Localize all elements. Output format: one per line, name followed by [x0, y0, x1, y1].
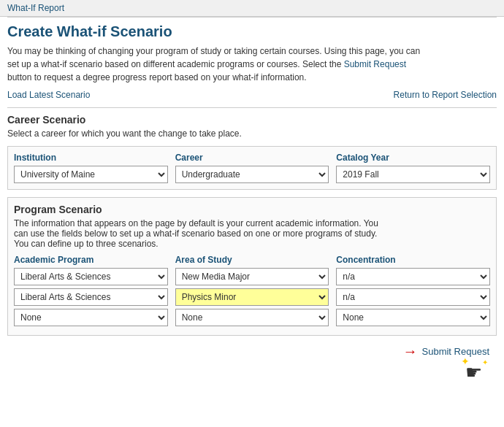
concentration-select-3[interactable]: None	[336, 309, 490, 326]
col-area-label: Area of Study	[175, 255, 329, 265]
page-title: Create What-if Scenario	[7, 23, 497, 40]
catalog-select[interactable]: 2019 Fall	[336, 166, 490, 183]
program-header-row: Academic Program Area of Study Concentra…	[14, 255, 490, 265]
col-academic-label: Academic Program	[14, 255, 168, 265]
institution-group: Institution University of Maine	[14, 153, 168, 183]
career-label: Career	[175, 153, 329, 163]
return-to-report-link[interactable]: Return to Report Selection	[394, 90, 497, 100]
academic-program-select-3[interactable]: None	[14, 309, 168, 326]
program-section-title: Program Scenario	[14, 204, 490, 215]
sparkle-effect-2: ✦	[482, 358, 488, 366]
cursor-hand-icon: ✦ ✦ ☛	[465, 361, 482, 384]
concentration-select-2[interactable]: n/a	[336, 288, 490, 306]
arrow-icon: →	[403, 343, 418, 360]
catalog-label: Catalog Year	[336, 153, 490, 163]
program-section: Program Scenario The information that ap…	[7, 197, 497, 336]
program-row-3: None None None	[14, 309, 490, 326]
submit-request-button[interactable]: Submit Request	[422, 346, 490, 357]
career-section-title: Career Scenario	[7, 107, 497, 126]
program-row-2: Liberal Arts & Sciences Physics Minor n/…	[14, 288, 490, 306]
academic-program-select-2[interactable]: Liberal Arts & Sciences	[14, 288, 168, 306]
concentration-select-1[interactable]: n/a	[336, 268, 490, 285]
career-form-row: Institution University of Maine Career U…	[7, 146, 497, 190]
career-select[interactable]: Undergraduate	[175, 166, 329, 183]
submit-row: → Submit Request	[403, 343, 490, 360]
action-links: Load Latest Scenario Return to Report Se…	[7, 90, 497, 100]
col-concentration-label: Concentration	[336, 255, 490, 265]
load-latest-link[interactable]: Load Latest Scenario	[7, 90, 90, 100]
institution-label: Institution	[14, 153, 168, 163]
career-group: Career Undergraduate	[175, 153, 329, 183]
academic-program-select-1[interactable]: Liberal Arts & Sciences	[14, 268, 168, 285]
submit-area: → Submit Request ✦ ✦ ☛	[7, 343, 489, 384]
area-of-study-select-3[interactable]: None	[175, 309, 329, 326]
sparkle-effect: ✦	[461, 355, 470, 367]
breadcrumb-text: What-If Report	[7, 3, 64, 13]
career-section-desc: Select a career for which you want the c…	[7, 128, 497, 139]
page-description: You may be thinking of changing your pro…	[7, 45, 497, 84]
submit-request-link-inline[interactable]: Submit Request	[344, 59, 406, 69]
program-section-desc: The information that appears on the page…	[14, 218, 490, 249]
institution-select[interactable]: University of Maine	[14, 166, 168, 183]
area-of-study-select-2[interactable]: Physics Minor	[175, 288, 329, 306]
area-of-study-select-1[interactable]: New Media Major	[175, 268, 329, 285]
program-row-1: Liberal Arts & Sciences New Media Major …	[14, 268, 490, 285]
breadcrumb: What-If Report	[0, 0, 504, 17]
catalog-group: Catalog Year 2019 Fall	[336, 153, 490, 183]
